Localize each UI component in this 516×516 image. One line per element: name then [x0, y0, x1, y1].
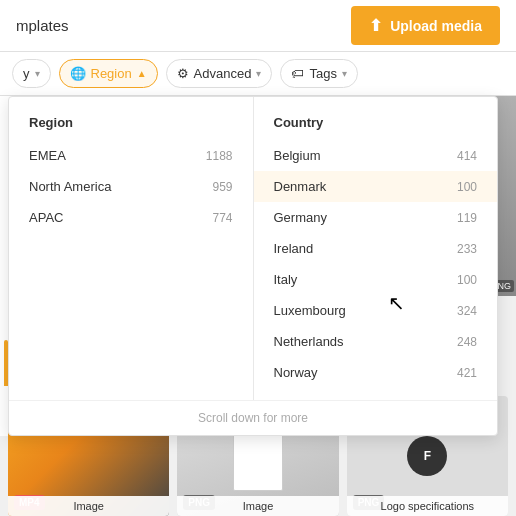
main-area: Fin ontal ity Inte PNG Region EMEA 1188 … [0, 96, 516, 516]
page-title: mplates [16, 17, 69, 34]
country-count-luxembourg: 324 [457, 304, 477, 318]
region-row-northamerica[interactable]: North America 959 [9, 171, 253, 202]
country-name-belgium: Belgium [274, 148, 321, 163]
thumb-label-1: Image [8, 496, 169, 516]
thumb-label-2: Image [177, 496, 338, 516]
country-name-ireland: Ireland [274, 241, 314, 256]
country-count-belgium: 414 [457, 149, 477, 163]
bar-1 [4, 340, 8, 386]
type-label: y [23, 66, 30, 81]
country-row-netherlands[interactable]: Netherlands 248 [254, 326, 498, 357]
region-row-emea[interactable]: EMEA 1188 [9, 140, 253, 171]
country-row-italy[interactable]: Italy 100 [254, 264, 498, 295]
chevron-down-icon-adv: ▾ [256, 68, 261, 79]
thumb-label-3: Logo specifications [347, 496, 508, 516]
region-name-northamerica: North America [29, 179, 111, 194]
region-label: Region [91, 66, 132, 81]
filter-button-region[interactable]: 🌐 Region ▲ [59, 59, 158, 88]
country-row-norway[interactable]: Norway 421 [254, 357, 498, 388]
region-name-apac: APAC [29, 210, 63, 225]
region-count-apac: 774 [212, 211, 232, 225]
upload-media-button[interactable]: ⬆ Upload media [351, 6, 500, 45]
country-name-luxembourg: Luxembourg [274, 303, 346, 318]
filter-button-tags[interactable]: 🏷 Tags ▾ [280, 59, 357, 88]
tag-icon: 🏷 [291, 66, 304, 81]
region-dropdown: Region EMEA 1188 North America 959 APAC … [8, 96, 498, 436]
filter-button-type[interactable]: y ▾ [12, 59, 51, 88]
filter-bar: y ▾ 🌐 Region ▲ ⚙ Advanced ▾ 🏷 Tags ▾ [0, 52, 516, 96]
country-name-norway: Norway [274, 365, 318, 380]
chevron-down-icon-tags: ▾ [342, 68, 347, 79]
upload-icon: ⬆ [369, 16, 382, 35]
country-count-norway: 421 [457, 366, 477, 380]
region-row-apac[interactable]: APAC 774 [9, 202, 253, 233]
globe-icon: 🌐 [70, 66, 86, 81]
region-count-northamerica: 959 [212, 180, 232, 194]
country-name-denmark: Denmark [274, 179, 327, 194]
country-row-belgium[interactable]: Belgium 414 [254, 140, 498, 171]
sliders-icon: ⚙ [177, 66, 189, 81]
country-count-italy: 100 [457, 273, 477, 287]
region-column: Region EMEA 1188 North America 959 APAC … [9, 97, 254, 400]
region-column-header: Region [9, 109, 253, 140]
country-count-ireland: 233 [457, 242, 477, 256]
country-name-germany: Germany [274, 210, 327, 225]
country-name-italy: Italy [274, 272, 298, 287]
region-count-emea: 1188 [206, 149, 233, 163]
region-name-emea: EMEA [29, 148, 66, 163]
top-bar: mplates ⬆ Upload media [0, 0, 516, 52]
country-count-denmark: 100 [457, 180, 477, 194]
country-row-luxembourg[interactable]: Luxembourg 324 [254, 295, 498, 326]
country-count-germany: 119 [457, 211, 477, 225]
country-row-germany[interactable]: Germany 119 [254, 202, 498, 233]
filter-button-advanced[interactable]: ⚙ Advanced ▾ [166, 59, 273, 88]
country-row-denmark[interactable]: Denmark 100 [254, 171, 498, 202]
chevron-down-icon: ▾ [35, 68, 40, 79]
country-count-netherlands: 248 [457, 335, 477, 349]
country-name-netherlands: Netherlands [274, 334, 344, 349]
chevron-up-icon: ▲ [137, 68, 147, 79]
country-row-ireland[interactable]: Ireland 233 [254, 233, 498, 264]
dropdown-scroll-hint: Scroll down for more [9, 400, 497, 435]
country-column: Country Belgium 414 Denmark 100 Germany … [254, 97, 498, 400]
upload-label: Upload media [390, 18, 482, 34]
country-column-header: Country [254, 109, 498, 140]
tags-label: Tags [309, 66, 336, 81]
advanced-label: Advanced [194, 66, 252, 81]
